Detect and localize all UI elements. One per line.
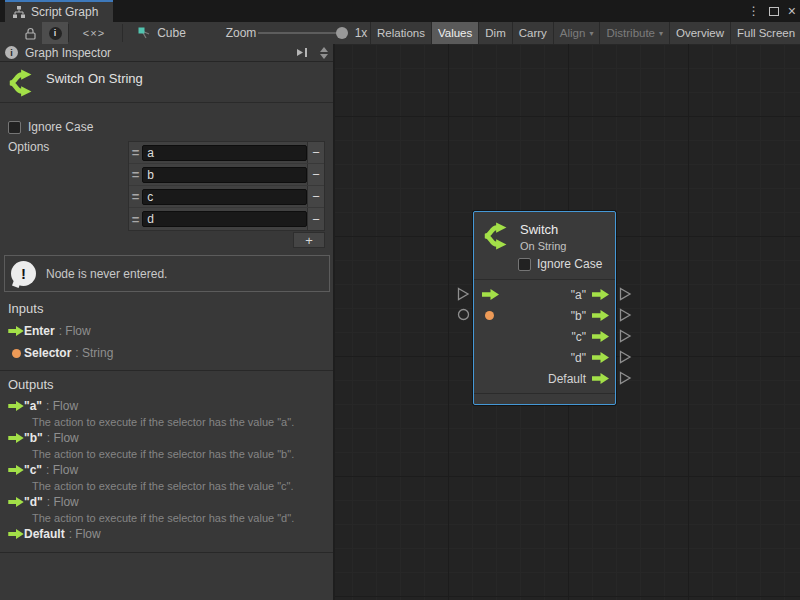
port-description: The action to execute if the selector ha… (32, 480, 294, 492)
zoom-slider-track[interactable] (258, 32, 338, 34)
selector-value-port[interactable] (485, 311, 494, 320)
flow-arrow-icon (0, 433, 24, 443)
option-input[interactable] (142, 145, 307, 161)
graph-icon (13, 6, 25, 18)
option-input[interactable] (142, 189, 307, 205)
warning-box: ! Node is never entered. (4, 255, 330, 292)
node-row: "a" (474, 284, 615, 305)
output-port-c: "c" : Flow (0, 463, 78, 477)
option-input[interactable] (142, 167, 307, 183)
code-preview-button[interactable]: <×> (68, 22, 120, 44)
external-flow-output-port[interactable] (619, 371, 632, 385)
window-menu-icon[interactable]: ⋮ (748, 4, 760, 18)
distribute-dropdown[interactable]: Distribute ▾ (599, 22, 669, 44)
inputs-title: Inputs (8, 301, 43, 316)
port-description: The action to execute if the selector ha… (32, 448, 294, 460)
remove-option-button[interactable]: − (307, 208, 324, 230)
outputs-title: Outputs (8, 377, 54, 392)
output-port-a: "a" : Flow (0, 399, 78, 413)
node-row: Default (474, 368, 615, 389)
maximize-icon[interactable] (769, 7, 779, 16)
graph-canvas[interactable]: Switch On String Ignore Case "a" (335, 44, 800, 600)
tab-script-graph[interactable]: Script Graph (5, 0, 113, 22)
flow-arrow-icon (0, 529, 24, 539)
flow-arrow-icon (0, 401, 24, 411)
dim-button[interactable]: Dim (478, 22, 511, 44)
lock-icon (25, 27, 36, 40)
lock-button[interactable] (18, 22, 42, 44)
option-input[interactable] (142, 211, 307, 227)
values-button[interactable]: Values (431, 22, 478, 44)
output-flow-port[interactable] (592, 352, 609, 363)
output-flow-port[interactable] (592, 310, 609, 321)
target-label: Cube (157, 26, 186, 40)
input-port-enter: Enter : Flow (0, 324, 91, 338)
output-flow-port[interactable] (592, 373, 609, 384)
options-list: = − = − = − = − (128, 141, 325, 231)
output-port-b: "b" : Flow (0, 431, 79, 445)
drag-handle-icon[interactable]: = (129, 167, 142, 182)
external-flow-input-port[interactable] (457, 287, 470, 301)
caret-down-icon (320, 54, 328, 59)
output-port-d: "d" : Flow (0, 495, 79, 509)
toolbar-button-group: Relations Values Dim Carry Align ▾ Distr… (370, 22, 800, 44)
output-flow-port[interactable] (592, 289, 609, 300)
external-flow-output-port[interactable] (619, 308, 632, 322)
info-icon: i (5, 46, 18, 59)
node-header: Switch On String Ignore Case (474, 212, 615, 280)
align-dropdown[interactable]: Align ▾ (553, 22, 600, 44)
ignore-case-label: Ignore Case (28, 120, 93, 134)
drag-handle-icon[interactable]: = (129, 189, 142, 204)
inspector-title: Graph Inspector (25, 46, 289, 60)
remove-option-button[interactable]: − (307, 186, 324, 207)
graph-inspector-panel: i Graph Inspector Switch On String Igno (0, 44, 335, 600)
external-value-input-port[interactable] (457, 308, 470, 321)
drag-handle-icon[interactable]: = (129, 145, 142, 160)
toolbar-separator (122, 24, 123, 42)
output-flow-port[interactable] (592, 331, 609, 342)
relations-button[interactable]: Relations (370, 22, 431, 44)
node-row: "c" (474, 326, 615, 347)
remove-option-button[interactable]: − (307, 142, 324, 163)
code-icon: <×> (83, 27, 105, 39)
ignore-case-row: Ignore Case (8, 120, 93, 134)
unit-title-block: Switch On String (0, 62, 333, 103)
overview-button[interactable]: Overview (669, 22, 730, 44)
add-option-button[interactable]: + (293, 232, 325, 248)
external-flow-output-port[interactable] (619, 329, 632, 343)
option-row: = − (129, 208, 324, 230)
drag-handle-icon[interactable]: = (129, 212, 142, 227)
ignore-case-checkbox[interactable] (8, 121, 21, 134)
node-body: "a" "b" "c" (474, 281, 615, 389)
zoom-slider-handle[interactable] (336, 27, 348, 39)
value-dot-icon (0, 349, 24, 358)
window-controls: ⋮ × (748, 0, 796, 22)
enter-flow-port[interactable] (482, 289, 499, 300)
graph-target-button[interactable]: Cube (132, 22, 192, 44)
remove-option-button[interactable]: − (307, 164, 324, 185)
port-description: The action to execute if the selector ha… (32, 416, 294, 428)
port-description: The action to execute if the selector ha… (32, 512, 294, 524)
close-icon[interactable]: × (788, 6, 796, 16)
warning-icon: ! (11, 261, 36, 286)
external-flow-output-port[interactable] (619, 350, 632, 364)
ignore-case-checkbox[interactable] (518, 258, 531, 271)
node-footer (474, 393, 615, 404)
scroll-steppers[interactable] (320, 47, 328, 59)
flow-arrow-icon (0, 497, 24, 507)
node-subtitle: On String (520, 240, 566, 252)
zoom-label: Zoom (224, 22, 258, 44)
tab-title: Script Graph (31, 5, 98, 19)
external-flow-output-port[interactable] (619, 287, 632, 301)
fullscreen-button[interactable]: Full Screen (730, 22, 800, 44)
flow-arrow-icon (0, 465, 24, 475)
tab-bar: Script Graph ⋮ × (0, 0, 800, 22)
caret-up-icon (320, 47, 328, 52)
carry-button[interactable]: Carry (512, 22, 553, 44)
dock-icon[interactable] (296, 47, 309, 58)
inspector-toggle-button[interactable]: i (42, 22, 68, 44)
switch-icon (8, 68, 38, 98)
switch-on-string-node[interactable]: Switch On String Ignore Case "a" (473, 211, 616, 405)
section-divider (0, 552, 333, 553)
node-ignore-case-row: Ignore Case (518, 257, 602, 271)
